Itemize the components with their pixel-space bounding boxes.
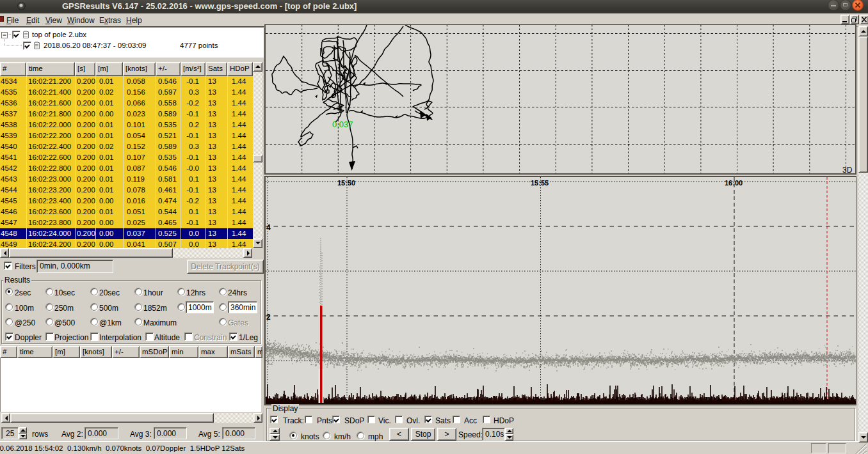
svg-text:16:00: 16:00 [725, 179, 743, 187]
svg-text:4: 4 [266, 223, 271, 232]
svg-text:0.037: 0.037 [332, 120, 353, 129]
svg-text:15:55: 15:55 [531, 179, 549, 187]
svg-text:15:50: 15:50 [337, 179, 355, 187]
svg-text:2: 2 [266, 313, 271, 322]
svg-text:3D: 3D [842, 166, 853, 173]
